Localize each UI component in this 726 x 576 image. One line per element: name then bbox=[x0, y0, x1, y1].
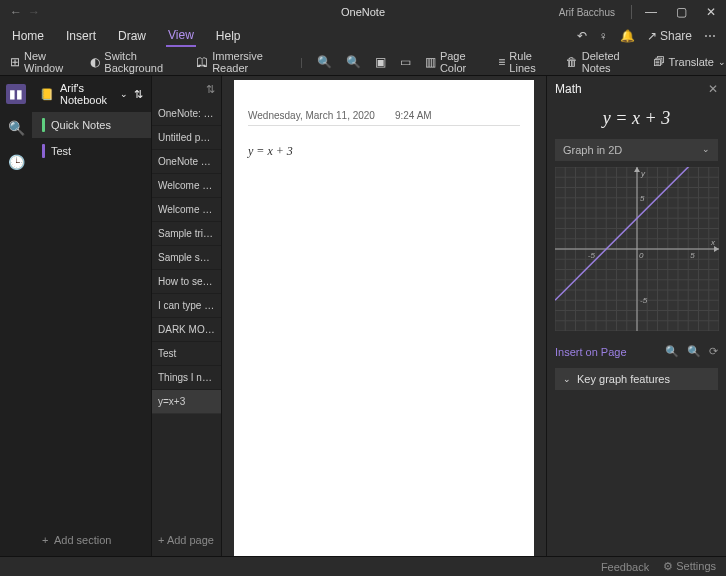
page-list-item[interactable]: How to set up… bbox=[152, 270, 221, 294]
menu-home[interactable]: Home bbox=[10, 26, 46, 46]
window-maximize-button[interactable]: ▢ bbox=[666, 5, 696, 19]
immersive-reader-button[interactable]: 🕮Immersive Reader bbox=[196, 50, 286, 74]
nav-rail: ▮▮ 🔍 🕒 bbox=[0, 76, 32, 556]
notification-icon[interactable]: 🔔 bbox=[620, 29, 635, 43]
page-date: Wednesday, March 11, 2020 bbox=[248, 110, 375, 121]
user-name[interactable]: Arif Bacchus bbox=[559, 7, 615, 18]
menu-draw[interactable]: Draw bbox=[116, 26, 148, 46]
pages-panel: ⇅ OneNote: one…Untitled pageOneNote Basi… bbox=[152, 76, 222, 556]
chevron-down-icon: ⌄ bbox=[702, 144, 710, 156]
page-sort-icon[interactable]: ⇅ bbox=[152, 76, 221, 102]
math-graph[interactable]: -505-55xy bbox=[555, 167, 718, 333]
section-label: Quick Notes bbox=[51, 119, 111, 131]
add-section-button[interactable]: + Add section bbox=[32, 524, 151, 556]
page-list-item[interactable]: Sample trip pl… bbox=[152, 222, 221, 246]
menu-view[interactable]: View bbox=[166, 25, 196, 47]
statusbar: Feedback ⚙ Settings bbox=[0, 556, 726, 576]
menu-insert[interactable]: Insert bbox=[64, 26, 98, 46]
chevron-down-icon: ⌄ bbox=[120, 89, 128, 99]
svg-text:5: 5 bbox=[640, 194, 645, 203]
page-list-item[interactable]: Untitled page bbox=[152, 126, 221, 150]
trash-icon: 🗑 bbox=[566, 55, 578, 69]
switch-background-button[interactable]: ◐Switch Background bbox=[90, 50, 182, 74]
page-list-item[interactable]: Sample shopp… bbox=[152, 246, 221, 270]
notebook-header[interactable]: 📒 Arif's Notebook ⌄ ⇅ bbox=[32, 76, 151, 112]
graph-actions: Insert on Page 🔍 🔍 ⟳ bbox=[547, 339, 726, 364]
translate-icon: 🗊 bbox=[653, 55, 665, 69]
new-window-button[interactable]: ⊞New Window bbox=[10, 50, 76, 74]
zoom-in-button[interactable]: 🔍 bbox=[346, 55, 361, 69]
divider: | bbox=[300, 56, 303, 68]
reset-icon[interactable]: ⟳ bbox=[709, 345, 718, 358]
zoom-out-button[interactable]: 🔍 bbox=[317, 55, 332, 69]
feedback-link[interactable]: Feedback bbox=[601, 561, 649, 573]
lightbulb-icon[interactable]: ♀ bbox=[599, 29, 608, 43]
page-list-item[interactable]: OneNote Basics bbox=[152, 150, 221, 174]
new-page-icon: ▭ bbox=[400, 55, 411, 69]
math-panel-title: Math bbox=[555, 82, 582, 96]
rule-lines-button[interactable]: ≡Rule Lines bbox=[498, 50, 551, 74]
page-list-item[interactable]: Things I need… bbox=[152, 366, 221, 390]
zoom-out-icon[interactable]: 🔍 bbox=[687, 345, 701, 358]
close-icon[interactable]: ✕ bbox=[708, 82, 718, 96]
svg-text:5: 5 bbox=[690, 251, 695, 260]
page-list-item[interactable]: Welcome to O… bbox=[152, 174, 221, 198]
math-panel-header: Math ✕ bbox=[547, 76, 726, 102]
more-icon[interactable]: ⋯ bbox=[704, 29, 716, 43]
chevron-down-icon: ⌄ bbox=[718, 57, 726, 67]
key-graph-features-dropdown[interactable]: ⌄ Key graph features bbox=[555, 368, 718, 390]
section-quick-notes[interactable]: Quick Notes bbox=[32, 112, 151, 138]
share-button[interactable]: ↗ Share bbox=[647, 29, 692, 43]
notebooks-icon[interactable]: ▮▮ bbox=[6, 84, 26, 104]
menu-help[interactable]: Help bbox=[214, 26, 243, 46]
window-close-button[interactable]: ✕ bbox=[696, 5, 726, 19]
graph-mode-dropdown[interactable]: Graph in 2D ⌄ bbox=[555, 139, 718, 161]
search-icon[interactable]: 🔍 bbox=[6, 118, 26, 138]
rule-lines-icon: ≡ bbox=[498, 55, 505, 69]
undo-icon[interactable]: ↶ bbox=[577, 29, 587, 43]
section-test[interactable]: Test bbox=[32, 138, 151, 164]
new-window-icon: ⊞ bbox=[10, 55, 20, 69]
insert-on-page-link[interactable]: Insert on Page bbox=[555, 346, 627, 358]
page-list-item[interactable]: Welcome to O… bbox=[152, 198, 221, 222]
nav-back-icon[interactable]: ← bbox=[10, 5, 22, 19]
page-equation[interactable]: y = x + 3 bbox=[248, 144, 520, 159]
page-color-button[interactable]: ▥Page Color bbox=[425, 50, 484, 74]
page-list-item[interactable]: DARK MODE… bbox=[152, 318, 221, 342]
main-area: ▮▮ 🔍 🕒 📒 Arif's Notebook ⌄ ⇅ Quick Notes… bbox=[0, 76, 726, 556]
page-list-item[interactable]: y=x+3 bbox=[152, 390, 221, 414]
add-page-button[interactable]: + Add page bbox=[152, 524, 221, 556]
notebook-icon: 📒 bbox=[40, 88, 54, 101]
fit-window-button[interactable]: ▣ bbox=[375, 55, 386, 69]
section-color-bar bbox=[42, 118, 45, 132]
menubar: Home Insert Draw View Help ↶ ♀ 🔔 ↗ Share… bbox=[0, 24, 726, 48]
separator bbox=[631, 5, 632, 19]
section-label: Test bbox=[51, 145, 71, 157]
window-minimize-button[interactable]: — bbox=[636, 5, 666, 19]
zoom-out-icon: 🔍 bbox=[317, 55, 332, 69]
svg-text:-5: -5 bbox=[588, 251, 596, 260]
page-list-item[interactable]: I can type on… bbox=[152, 294, 221, 318]
fit-window-icon: ▣ bbox=[375, 55, 386, 69]
filter-icon[interactable]: ⇅ bbox=[134, 88, 143, 101]
svg-text:-5: -5 bbox=[640, 296, 648, 305]
zoom-in-icon[interactable]: 🔍 bbox=[665, 345, 679, 358]
ribbon: ⊞New Window ◐Switch Background 🕮Immersiv… bbox=[0, 48, 726, 76]
page-list-item[interactable]: Test bbox=[152, 342, 221, 366]
new-page-button[interactable]: ▭ bbox=[400, 55, 411, 69]
settings-link[interactable]: ⚙ Settings bbox=[663, 560, 716, 573]
switch-bg-icon: ◐ bbox=[90, 55, 100, 69]
page-canvas[interactable]: Wednesday, March 11, 2020 9:24 AM y = x … bbox=[234, 80, 534, 556]
titlebar: ← → OneNote Arif Bacchus — ▢ ✕ bbox=[0, 0, 726, 24]
page-list-item[interactable]: OneNote: one… bbox=[152, 102, 221, 126]
notebook-name: Arif's Notebook bbox=[60, 82, 114, 106]
deleted-notes-button[interactable]: 🗑Deleted Notes bbox=[566, 50, 639, 74]
sections-panel: 📒 Arif's Notebook ⌄ ⇅ Quick Notes Test +… bbox=[32, 76, 152, 556]
immersive-reader-icon: 🕮 bbox=[196, 55, 208, 69]
chevron-down-icon: ⌄ bbox=[563, 374, 571, 384]
recent-icon[interactable]: 🕒 bbox=[6, 152, 26, 172]
page-date-row: Wednesday, March 11, 2020 9:24 AM bbox=[248, 110, 520, 126]
translate-button[interactable]: 🗊Translate ⌄ bbox=[653, 55, 726, 69]
svg-text:0: 0 bbox=[639, 251, 644, 260]
math-equation-display: y = x + 3 bbox=[547, 102, 726, 139]
